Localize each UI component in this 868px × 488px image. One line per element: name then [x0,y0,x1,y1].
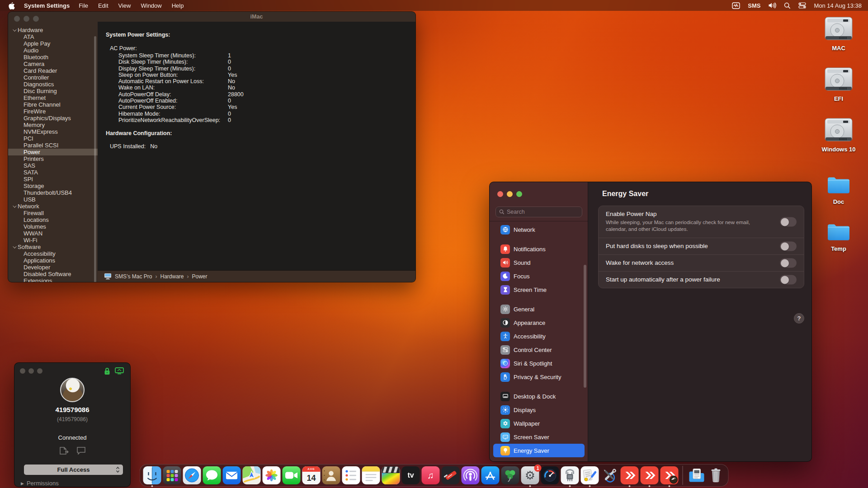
toggle-switch[interactable] [780,217,797,227]
menu-edit[interactable]: Edit [98,2,108,9]
settings-item-desktop-dock[interactable]: Desktop & Dock [493,389,585,403]
volume-icon[interactable] [768,2,776,9]
dock-item-repair-tools[interactable] [601,466,619,484]
settings-item-focus[interactable]: Focus [493,269,585,283]
sidebar-item-developer[interactable]: Developer [8,264,98,271]
access-mode-select[interactable]: Full Access [24,465,123,475]
sidebar-group-network[interactable]: Network [8,203,98,210]
dock-item-config-tool[interactable] [581,466,599,487]
sidebar-item-sata[interactable]: SATA [8,169,98,176]
sidebar-item-apple-pay[interactable]: Apple Pay [8,40,98,47]
sidebar-item-usb[interactable]: USB [8,196,98,203]
sidebar-item-audio[interactable]: Audio [8,47,98,54]
sidebar-item-ata[interactable]: ATA [8,33,98,40]
close-button[interactable] [497,191,503,197]
toggle-switch[interactable] [780,242,797,251]
dock-item-messages[interactable] [203,466,221,484]
dock-item-podcasts[interactable] [462,466,480,484]
dock-item-tv[interactable]: tv [402,466,420,484]
zoom-button[interactable] [37,368,42,374]
apple-menu-icon[interactable] [8,2,15,9]
sidebar-item-spi[interactable]: SPI [8,176,98,183]
sidebar-item-controller[interactable]: Controller [8,74,98,81]
sidebar-item-camera[interactable]: Camera [8,61,98,67]
dock-item-documents[interactable] [687,466,705,484]
breadcrumb-segment-sms-s-mac-pro[interactable]: SMS’s Mac Pro [115,273,152,280]
dock-item-anydesk[interactable] [621,466,639,487]
sidebar-item-graphics-displays[interactable]: Graphics/Displays [8,115,98,122]
sidebar-item-extensions[interactable]: Extensions [8,277,98,282]
help-button[interactable]: ? [794,313,804,324]
sidebar-item-pci[interactable]: PCI [8,135,98,142]
sidebar-item-disabled-software[interactable]: Disabled Software [8,271,98,277]
sidebar-scrollbar[interactable] [94,36,96,282]
chat-icon[interactable] [76,446,86,457]
sidebar-item-accessibility[interactable]: Accessibility [8,250,98,257]
sidebar-item-wwan[interactable]: WWAN [8,230,98,237]
sidebar-item-locations[interactable]: Locations [8,216,98,223]
dock-item-launchpad[interactable] [163,466,181,484]
settings-item-general[interactable]: General [493,302,585,316]
sidebar-item-fibre-channel[interactable]: Fibre Channel [8,101,98,108]
toggle-switch[interactable] [780,258,797,268]
sms-status-label[interactable]: SMS [748,2,760,9]
menu-view[interactable]: View [118,2,131,9]
toggle-switch[interactable] [780,275,797,285]
sidebar-item-nvmexpress[interactable]: NVMExpress [8,128,98,135]
desktop-drive-windows-10[interactable]: Windows 10 [821,117,856,153]
settings-item-sound[interactable]: Sound [493,256,585,269]
dock-item-calendar[interactable]: AUG14 [302,466,321,484]
sidebar-item-wi-fi[interactable]: Wi-Fi [8,237,98,244]
permissions-disclosure[interactable]: ▶ Permissions [21,480,59,487]
dock-item-trash[interactable] [707,466,725,484]
dock-item-anydesk[interactable] [641,466,659,487]
settings-search-field[interactable] [495,206,582,217]
dock-item-photos[interactable] [263,466,281,484]
settings-item-energy-saver[interactable]: Energy Saver [493,444,585,457]
sidebar-scrollbar[interactable] [584,265,586,388]
active-app-name[interactable]: System Settings [24,2,70,9]
menu-help[interactable]: Help [172,2,184,9]
desktop-folder-temp[interactable]: Temp [821,221,856,252]
settings-item-siri-spotlight[interactable]: Siri & Spotlight [493,357,585,370]
desktop-drive-mac[interactable]: MAC [821,16,856,52]
dock-item-chip-tool[interactable] [561,466,579,487]
file-transfer-icon[interactable] [59,446,69,457]
dock-item-contacts[interactable] [322,466,340,484]
minimize-button[interactable] [28,368,34,374]
dock-item-safari[interactable] [183,466,201,484]
dock-item-finder[interactable] [143,466,161,487]
settings-item-appearance[interactable]: Appearance [493,316,585,329]
sidebar-item-applications[interactable]: Applications [8,257,98,264]
dock-item-speed-gauge[interactable] [541,466,559,484]
breadcrumb[interactable]: SMS’s Mac Pro›Hardware›Power [115,273,208,280]
dock-item-facetime[interactable] [283,466,301,484]
settings-item-privacy-security[interactable]: Privacy & Security [493,370,585,384]
sidebar-item-firewire[interactable]: FireWire [8,108,98,115]
control-center-icon[interactable] [798,2,806,9]
settings-item-displays[interactable]: Displays [493,403,585,417]
sidebar-group-software[interactable]: Software [8,244,98,250]
sidebar-item-card-reader[interactable]: Card Reader [8,67,98,74]
zoom-button[interactable] [516,191,522,197]
search-input[interactable] [507,209,575,215]
dock-item-notes[interactable] [362,466,380,484]
zoom-button[interactable] [33,16,39,22]
settings-item-screen-time[interactable]: Screen Time [493,283,585,296]
dock-item-imovie[interactable] [382,466,400,484]
anydesk-status-icon[interactable] [732,2,740,9]
sidebar-item-printers[interactable]: Printers [8,155,98,162]
settings-item-screen-saver[interactable]: Screen Saver [493,430,585,444]
sidebar-item-memory[interactable]: Memory [8,122,98,128]
sidebar-item-diagnostics[interactable]: Diagnostics [8,81,98,88]
sidebar-item-ethernet[interactable]: Ethernet [8,94,98,101]
spotlight-search-icon[interactable] [784,2,791,9]
sidebar-item-parallel-scsi[interactable]: Parallel SCSI [8,142,98,149]
desktop-drive-efi[interactable]: EFI [821,67,856,102]
breadcrumb-segment-power[interactable]: Power [192,273,208,280]
close-button[interactable] [20,368,25,374]
dock-item-app-store[interactable] [481,466,500,484]
menu-bar-clock[interactable]: Mon 14 Aug 13:38 [814,2,862,9]
menu-window[interactable]: Window [141,2,161,9]
settings-item-control-center[interactable]: Control Center [493,343,585,357]
